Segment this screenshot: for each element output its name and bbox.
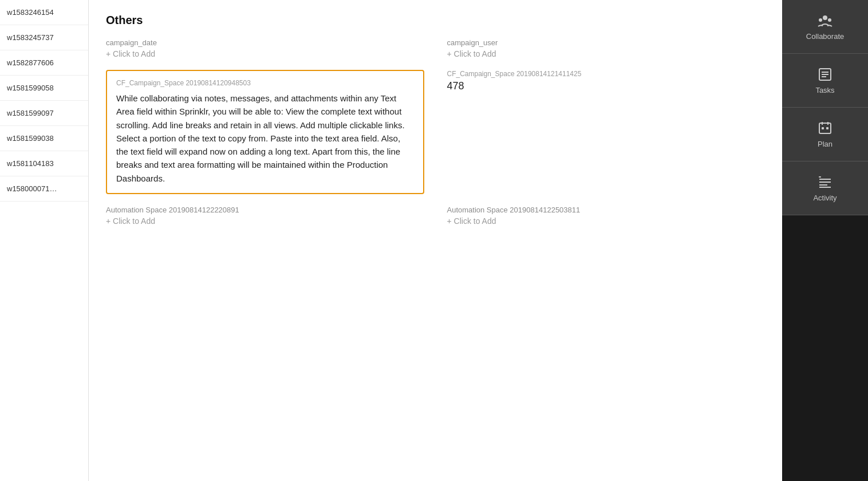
cf-campaign-space-1-field[interactable]: CF_Campaign_Space 20190814120948503 Whil… — [106, 70, 424, 194]
cf-campaign-space-2-value: 478 — [447, 80, 766, 92]
campaign-date-field: campaign_date + Click to Add — [106, 38, 424, 58]
sidebar-bottom-section — [782, 215, 868, 481]
main-content-area: Others campaign_date + Click to Add camp… — [89, 0, 782, 481]
automation-space-1-label: Automation Space 20190814122220891 — [106, 206, 424, 214]
cf-campaign-space-1-label: CF_Campaign_Space 20190814120948503 — [116, 79, 414, 87]
campaign-user-field: campaign_user + Click to Add — [447, 38, 766, 58]
right-sidebar: Collaborate Tasks Plan — [782, 0, 868, 481]
list-item[interactable]: w1581104183 — [0, 151, 88, 176]
svg-rect-10 — [822, 127, 824, 129]
automation-space-2-add[interactable]: + Click to Add — [447, 216, 766, 226]
sidebar-item-collaborate[interactable]: Collaborate — [782, 0, 868, 54]
sidebar-activity-label: Activity — [813, 194, 837, 202]
plan-icon — [817, 120, 833, 136]
section-title: Others — [106, 14, 765, 27]
list-item[interactable]: w1581599097 — [0, 101, 88, 126]
sidebar-item-activity[interactable]: Activity — [782, 161, 868, 215]
svg-point-1 — [819, 18, 822, 22]
collaborate-icon — [817, 13, 833, 29]
tasks-icon — [817, 66, 833, 82]
campaign-user-add[interactable]: + Click to Add — [447, 49, 766, 58]
sidebar-plan-label: Plan — [818, 140, 833, 148]
activity-icon — [817, 174, 833, 190]
automation-space-2-label: Automation Space 20190814122503811 — [447, 206, 766, 214]
sidebar-tasks-label: Tasks — [815, 86, 834, 94]
automation-space-1-add[interactable]: + Click to Add — [106, 216, 424, 226]
sidebar-item-plan[interactable]: Plan — [782, 108, 868, 161]
cf-campaign-space-2-field: CF_Campaign_Space 20190814121411425 478 — [447, 70, 766, 194]
svg-rect-11 — [826, 127, 828, 129]
list-item[interactable]: w1582877606 — [0, 50, 88, 76]
svg-point-0 — [823, 15, 827, 20]
cf-campaign-space-1-content: While collaborating via notes, messages,… — [116, 92, 414, 185]
automation-space-1-field: Automation Space 20190814122220891 + Cli… — [106, 206, 424, 226]
bottom-fields-row: Automation Space 20190814122220891 + Cli… — [106, 206, 765, 226]
list-item[interactable]: w1583246154 — [0, 0, 88, 25]
campaign-date-label: campaign_date — [106, 38, 424, 47]
list-item[interactable]: w158000071… — [0, 176, 88, 202]
sidebar-collaborate-label: Collaborate — [806, 32, 845, 41]
campaign-date-add[interactable]: + Click to Add — [106, 49, 424, 58]
list-item[interactable]: w1583245737 — [0, 25, 88, 50]
left-list-panel: w1583246154 w1583245737 w1582877606 w158… — [0, 0, 89, 481]
campaign-user-label: campaign_user — [447, 38, 766, 47]
automation-space-2-field: Automation Space 20190814122503811 + Cli… — [447, 206, 766, 226]
list-item[interactable]: w1581599058 — [0, 76, 88, 101]
cf-campaign-space-2-label: CF_Campaign_Space 20190814121411425 — [447, 70, 766, 78]
svg-point-2 — [828, 18, 831, 22]
sidebar-item-tasks[interactable]: Tasks — [782, 54, 868, 108]
list-item[interactable]: w1581599038 — [0, 126, 88, 151]
svg-rect-7 — [819, 123, 831, 133]
